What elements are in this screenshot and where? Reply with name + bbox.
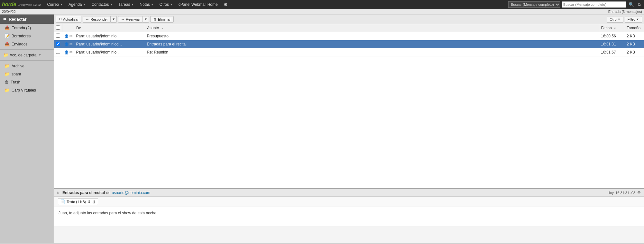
reenviar-group: → Reenviar ▼	[118, 16, 149, 23]
sidebar-divider	[0, 49, 54, 50]
row-checkbox[interactable]	[56, 42, 60, 46]
email-icon: ✉	[69, 42, 72, 46]
search-type-select[interactable]: Buscar (Mensaje completo)	[508, 1, 560, 8]
row-icons-cell: 👤 ✉	[62, 40, 74, 48]
sidebar-item-trash[interactable]: 🗑 Trash	[0, 78, 54, 86]
new-window-button[interactable]: ⧉	[637, 2, 642, 7]
nav-contactos[interactable]: Contactos ▼	[89, 1, 115, 8]
nav-notas[interactable]: Notas ▼	[137, 1, 156, 8]
preview-from-email[interactable]: usuario@dominio.com	[112, 190, 150, 195]
table-row[interactable]: 👤 ✉ Para: usuario@dominio... Re: Reunión…	[54, 48, 644, 56]
header-from[interactable]: De	[74, 24, 145, 32]
sidebar-item-carp-virtuales[interactable]: 📁 Carp Virtuales	[0, 86, 54, 94]
responder-button[interactable]: ← Responder	[83, 16, 111, 23]
compose-button[interactable]: ✏ Redactar	[0, 15, 54, 24]
row-date: 16:30:56	[599, 32, 625, 40]
actualizar-button[interactable]: ↻ Actualizar	[56, 16, 81, 23]
row-size: 2 KB	[625, 32, 644, 40]
row-size: 2 KB	[625, 48, 644, 56]
forward-icon: →	[121, 17, 124, 21]
otro-button[interactable]: Otro ▼	[607, 16, 623, 23]
reenviar-button[interactable]: → Reenviar	[118, 16, 143, 23]
filtro-button[interactable]: Filtro ▼	[625, 16, 642, 23]
table-row[interactable]: 👤 ✉ Para: usuario@dominio... Presupuesto…	[54, 32, 644, 40]
contactos-dropdown-arrow: ▼	[110, 3, 113, 6]
sidebar-item-entrada[interactable]: 📥 Entrada (2)	[0, 24, 54, 32]
main-layout: ✏ Redactar 📥 Entrada (2) 📝 Borradores 📤 …	[0, 15, 644, 243]
attachment-download-icon[interactable]: ⬇	[87, 200, 91, 204]
row-date: 16:31:31	[599, 40, 625, 48]
sidebar-item-borradores[interactable]: 📝 Borradores	[0, 32, 54, 40]
header-icons	[62, 24, 74, 32]
responder-dropdown-button[interactable]: ▼	[111, 16, 117, 23]
attachment-item[interactable]: 📄 Texto (1 KB) ⬇ 🖨	[58, 198, 98, 205]
row-checkbox[interactable]	[56, 34, 60, 38]
reply-icon: ←	[86, 17, 89, 21]
email-toolbar: ↻ Actualizar ← Responder ▼ → Reenviar ▼ …	[54, 15, 644, 24]
nav-correo[interactable]: Correo ▼	[45, 1, 66, 8]
folder-actions-button[interactable]: 📁 Acc. de carpeta ▼	[0, 51, 54, 59]
preview-header: ▷ Entradas para el recital de usuario@do…	[54, 189, 644, 197]
row-icons-cell: 👤 ✉	[62, 48, 74, 56]
refresh-icon: ↻	[59, 17, 62, 21]
email-table-body: 👤 ✉ Para: usuario@dominio... Presupuesto…	[54, 32, 644, 56]
row-subject: Presupuesto	[145, 32, 599, 40]
inbox-message-count: Entrada (3 mensajes)	[608, 10, 642, 14]
email-icon: ✉	[69, 50, 72, 54]
row-subject: Re: Reunión	[145, 48, 599, 56]
sidebar: ✏ Redactar 📥 Entrada (2) 📝 Borradores 📤 …	[0, 15, 54, 243]
sidebar-item-spam[interactable]: 📁 spam	[0, 70, 54, 78]
reenviar-dropdown-button[interactable]: ▼	[143, 16, 149, 23]
nav-cpanel-home[interactable]: cPanel Webmail Home	[176, 1, 220, 8]
eliminar-button[interactable]: 🗑 Eliminar	[150, 16, 174, 23]
row-from: Para: usuario@dominio...	[74, 48, 145, 56]
email-list-wrapper: De Asunto ▲ Fecha ▼ Tamaño	[54, 24, 644, 188]
sent-icon: 📤	[5, 42, 10, 46]
row-checkbox-cell	[54, 48, 62, 56]
current-date: 20/04/22	[2, 10, 16, 14]
nav-tareas[interactable]: Tareas ▼	[116, 1, 136, 8]
drafts-icon: 📝	[5, 34, 10, 38]
row-checkbox[interactable]	[56, 50, 60, 54]
preview-attachments: 📄 Texto (1 KB) ⬇ 🖨	[54, 197, 644, 207]
responder-group: ← Responder ▼	[83, 16, 117, 23]
date-bar: 20/04/22 Entrada (3 mensajes)	[0, 9, 644, 15]
preview-body: Juan, te adjunto las entradas para el sh…	[54, 207, 644, 226]
preview-title-area: ▷ Entradas para el recital de usuario@do…	[57, 190, 150, 195]
attachment-file-icon: 📄	[60, 199, 65, 204]
attachment-print-icon[interactable]: 🖨	[92, 200, 96, 204]
row-checkbox-cell	[54, 32, 62, 40]
search-button[interactable]: 🔍	[627, 2, 635, 7]
preview-actions-button[interactable]: ⊕	[637, 190, 641, 195]
header-subject[interactable]: Asunto ▲	[145, 24, 599, 32]
header-checkbox	[54, 24, 62, 32]
table-row[interactable]: 👤 ✉ Para: usuario@dominiod... Entradas p…	[54, 40, 644, 48]
delete-icon: 🗑	[153, 17, 157, 21]
nav-otros[interactable]: Otros ▼	[157, 1, 175, 8]
filtro-dropdown-arrow: ▼	[636, 18, 639, 21]
app-logo: horde	[2, 2, 16, 7]
preview-pane: ▷ Entradas para el recital de usuario@do…	[54, 188, 644, 243]
preview-body-text: Juan, te adjunto las entradas para el sh…	[59, 211, 639, 215]
spam-icon: 📁	[5, 72, 10, 76]
search-input[interactable]	[562, 1, 626, 8]
notas-dropdown-arrow: ▼	[151, 3, 154, 6]
app-version: Groupware 5.2.22	[17, 3, 41, 6]
correo-dropdown-arrow: ▼	[60, 3, 63, 6]
subject-sort-arrow: ▲	[161, 27, 164, 30]
header-date[interactable]: Fecha ▼	[599, 24, 625, 32]
attachment-label: Texto (1 KB)	[67, 200, 86, 204]
preview-subject: Entradas para el recital	[62, 190, 105, 195]
sidebar-item-archive[interactable]: 📁 Archive	[0, 62, 54, 70]
settings-gear-button[interactable]: ⚙	[221, 1, 230, 8]
row-from: Para: usuario@dominiod...	[74, 40, 145, 48]
contact-icon: 👤	[64, 42, 69, 46]
trash-icon: 🗑	[5, 80, 9, 84]
sidebar-item-enviados[interactable]: 📤 Enviados	[0, 40, 54, 48]
preview-expand-button[interactable]: ▷	[57, 191, 60, 194]
row-checkbox-cell	[54, 40, 62, 48]
select-all-checkbox[interactable]	[56, 25, 60, 30]
preview-timestamp: Hoy, 16:31:31 -03	[607, 191, 635, 195]
row-from: Para: usuario@dominio...	[74, 32, 145, 40]
nav-agenda[interactable]: Agenda ▼	[66, 1, 88, 8]
